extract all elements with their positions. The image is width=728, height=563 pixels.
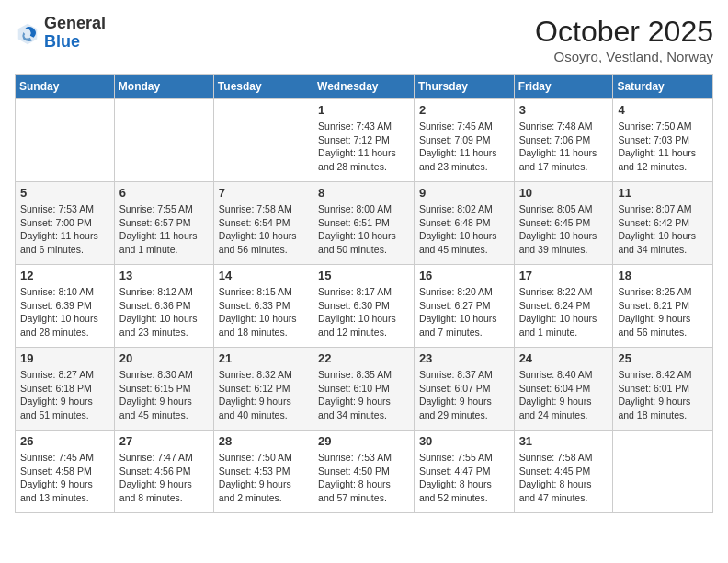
day-number: 8 — [318, 186, 409, 200]
day-cell: 10Sunrise: 8:05 AM Sunset: 6:45 PM Dayli… — [514, 182, 613, 265]
day-number: 30 — [419, 434, 509, 448]
day-number: 5 — [20, 186, 109, 200]
day-number: 19 — [20, 351, 109, 365]
day-info: Sunrise: 8:15 AM Sunset: 6:33 PM Dayligh… — [219, 285, 308, 339]
month-title: October 2025 — [535, 15, 713, 49]
day-number: 29 — [318, 434, 409, 448]
day-cell: 31Sunrise: 7:58 AM Sunset: 4:45 PM Dayli… — [514, 431, 613, 513]
day-number: 4 — [618, 103, 708, 117]
day-header-monday: Monday — [114, 75, 213, 99]
day-cell: 17Sunrise: 8:22 AM Sunset: 6:24 PM Dayli… — [514, 265, 613, 348]
day-number: 25 — [618, 351, 708, 365]
day-number: 10 — [519, 186, 609, 200]
day-info: Sunrise: 8:40 AM Sunset: 6:04 PM Dayligh… — [519, 368, 609, 422]
day-cell: 4Sunrise: 7:50 AM Sunset: 7:03 PM Daylig… — [613, 99, 713, 182]
day-info: Sunrise: 7:53 AM Sunset: 7:00 PM Dayligh… — [20, 202, 109, 257]
day-cell: 20Sunrise: 8:30 AM Sunset: 6:15 PM Dayli… — [114, 348, 213, 431]
week-row-2: 5Sunrise: 7:53 AM Sunset: 7:00 PM Daylig… — [16, 182, 713, 265]
day-info: Sunrise: 8:20 AM Sunset: 6:27 PM Dayligh… — [419, 285, 509, 339]
day-info: Sunrise: 7:50 AM Sunset: 7:03 PM Dayligh… — [618, 120, 708, 174]
header-row: SundayMondayTuesdayWednesdayThursdayFrid… — [16, 75, 713, 99]
day-cell: 6Sunrise: 7:55 AM Sunset: 6:57 PM Daylig… — [114, 182, 213, 265]
day-info: Sunrise: 7:55 AM Sunset: 4:47 PM Dayligh… — [419, 451, 509, 505]
day-cell: 26Sunrise: 7:45 AM Sunset: 4:58 PM Dayli… — [16, 431, 115, 513]
location-title: Osoyro, Vestland, Norway — [535, 49, 713, 64]
day-info: Sunrise: 7:43 AM Sunset: 7:12 PM Dayligh… — [318, 120, 409, 174]
day-info: Sunrise: 8:00 AM Sunset: 6:51 PM Dayligh… — [318, 202, 409, 257]
day-number: 2 — [419, 103, 509, 117]
day-info: Sunrise: 8:12 AM Sunset: 6:36 PM Dayligh… — [119, 285, 209, 339]
week-row-1: 1Sunrise: 7:43 AM Sunset: 7:12 PM Daylig… — [16, 99, 713, 182]
day-number: 22 — [318, 351, 409, 365]
calendar-table: SundayMondayTuesdayWednesdayThursdayFrid… — [15, 74, 713, 513]
day-cell: 14Sunrise: 8:15 AM Sunset: 6:33 PM Dayli… — [213, 265, 313, 348]
day-cell: 16Sunrise: 8:20 AM Sunset: 6:27 PM Dayli… — [414, 265, 514, 348]
day-cell: 8Sunrise: 8:00 AM Sunset: 6:51 PM Daylig… — [313, 182, 415, 265]
day-cell — [114, 99, 213, 182]
day-cell: 25Sunrise: 8:42 AM Sunset: 6:01 PM Dayli… — [613, 348, 713, 431]
day-cell: 15Sunrise: 8:17 AM Sunset: 6:30 PM Dayli… — [313, 265, 415, 348]
day-header-wednesday: Wednesday — [313, 75, 415, 99]
day-cell: 9Sunrise: 8:02 AM Sunset: 6:48 PM Daylig… — [414, 182, 514, 265]
day-number: 23 — [419, 351, 509, 365]
day-number: 16 — [419, 269, 509, 282]
day-number: 21 — [219, 351, 308, 365]
day-cell: 5Sunrise: 7:53 AM Sunset: 7:00 PM Daylig… — [16, 182, 115, 265]
day-number: 7 — [219, 186, 308, 200]
day-number: 24 — [519, 351, 609, 365]
day-info: Sunrise: 7:58 AM Sunset: 6:54 PM Dayligh… — [219, 202, 308, 257]
day-cell — [16, 99, 115, 182]
day-number: 26 — [20, 434, 109, 448]
day-number: 9 — [419, 186, 509, 200]
day-cell: 28Sunrise: 7:50 AM Sunset: 4:53 PM Dayli… — [213, 431, 313, 513]
day-number: 31 — [519, 434, 609, 448]
day-number: 1 — [318, 103, 409, 117]
day-number: 17 — [519, 269, 609, 282]
day-info: Sunrise: 8:22 AM Sunset: 6:24 PM Dayligh… — [519, 285, 609, 339]
day-info: Sunrise: 8:25 AM Sunset: 6:21 PM Dayligh… — [618, 285, 708, 339]
day-cell: 11Sunrise: 8:07 AM Sunset: 6:42 PM Dayli… — [613, 182, 713, 265]
day-info: Sunrise: 8:30 AM Sunset: 6:15 PM Dayligh… — [119, 368, 209, 422]
day-info: Sunrise: 8:37 AM Sunset: 6:07 PM Dayligh… — [419, 368, 509, 422]
title-block: October 2025 Osoyro, Vestland, Norway — [535, 15, 713, 64]
day-cell — [613, 431, 713, 513]
day-cell: 21Sunrise: 8:32 AM Sunset: 6:12 PM Dayli… — [213, 348, 313, 431]
day-number: 3 — [519, 103, 609, 117]
day-header-tuesday: Tuesday — [213, 75, 313, 99]
day-cell: 12Sunrise: 8:10 AM Sunset: 6:39 PM Dayli… — [16, 265, 115, 348]
day-number: 28 — [219, 434, 308, 448]
day-info: Sunrise: 7:55 AM Sunset: 6:57 PM Dayligh… — [119, 202, 209, 257]
logo-icon — [15, 20, 40, 46]
day-cell: 27Sunrise: 7:47 AM Sunset: 4:56 PM Dayli… — [114, 431, 213, 513]
week-row-4: 19Sunrise: 8:27 AM Sunset: 6:18 PM Dayli… — [16, 348, 713, 431]
day-cell: 24Sunrise: 8:40 AM Sunset: 6:04 PM Dayli… — [514, 348, 613, 431]
day-cell: 23Sunrise: 8:37 AM Sunset: 6:07 PM Dayli… — [414, 348, 514, 431]
day-info: Sunrise: 8:42 AM Sunset: 6:01 PM Dayligh… — [618, 368, 708, 422]
day-number: 20 — [119, 351, 209, 365]
day-info: Sunrise: 8:17 AM Sunset: 6:30 PM Dayligh… — [318, 285, 409, 339]
day-number: 15 — [318, 269, 409, 282]
day-info: Sunrise: 8:27 AM Sunset: 6:18 PM Dayligh… — [20, 368, 109, 422]
day-info: Sunrise: 7:58 AM Sunset: 4:45 PM Dayligh… — [519, 451, 609, 505]
week-row-3: 12Sunrise: 8:10 AM Sunset: 6:39 PM Dayli… — [16, 265, 713, 348]
day-number: 6 — [119, 186, 209, 200]
day-cell: 7Sunrise: 7:58 AM Sunset: 6:54 PM Daylig… — [213, 182, 313, 265]
day-info: Sunrise: 8:02 AM Sunset: 6:48 PM Dayligh… — [419, 202, 509, 257]
day-info: Sunrise: 8:10 AM Sunset: 6:39 PM Dayligh… — [20, 285, 109, 339]
page-header: General Blue October 2025 Osoyro, Vestla… — [15, 15, 713, 64]
day-cell: 3Sunrise: 7:48 AM Sunset: 7:06 PM Daylig… — [514, 99, 613, 182]
day-number: 18 — [618, 269, 708, 282]
day-cell: 30Sunrise: 7:55 AM Sunset: 4:47 PM Dayli… — [414, 431, 514, 513]
logo: General Blue — [15, 15, 106, 52]
day-number: 12 — [20, 269, 109, 282]
day-cell: 22Sunrise: 8:35 AM Sunset: 6:10 PM Dayli… — [313, 348, 415, 431]
day-cell: 29Sunrise: 7:53 AM Sunset: 4:50 PM Dayli… — [313, 431, 415, 513]
day-cell: 19Sunrise: 8:27 AM Sunset: 6:18 PM Dayli… — [16, 348, 115, 431]
day-cell: 18Sunrise: 8:25 AM Sunset: 6:21 PM Dayli… — [613, 265, 713, 348]
day-number: 13 — [119, 269, 209, 282]
day-info: Sunrise: 8:05 AM Sunset: 6:45 PM Dayligh… — [519, 202, 609, 257]
day-cell: 1Sunrise: 7:43 AM Sunset: 7:12 PM Daylig… — [313, 99, 415, 182]
day-cell — [213, 99, 313, 182]
day-info: Sunrise: 7:50 AM Sunset: 4:53 PM Dayligh… — [219, 451, 308, 505]
logo-text: General Blue — [44, 15, 106, 52]
